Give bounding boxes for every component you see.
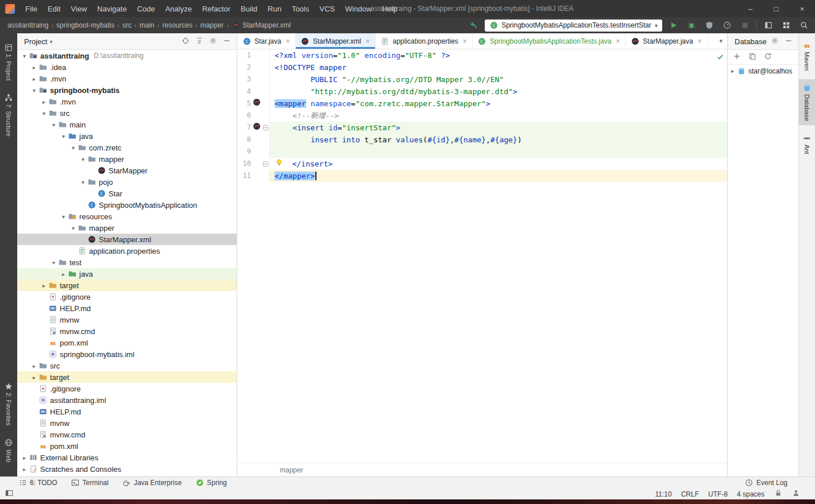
tree-item-main[interactable]: ▾main (17, 119, 237, 130)
code-line-9[interactable]: 9 (237, 146, 727, 158)
tab-star-java[interactable]: CStar.java× (237, 33, 296, 49)
status-caret-position[interactable]: 11:10 (655, 490, 671, 498)
menu-run[interactable]: Run (262, 2, 287, 16)
toolwindow-button-1-project[interactable]: 1: Project (5, 39, 13, 84)
project-panel-title[interactable]: Project (24, 37, 47, 46)
tree-expand-arrow[interactable]: ▸ (30, 363, 38, 369)
tree-item-pom-xml[interactable]: mpom.xml (17, 337, 237, 348)
event-log-button[interactable]: Event Log (745, 479, 787, 487)
db-connection-star-localhos[interactable]: ▸star@localhos (728, 65, 798, 77)
tree-item-gitignore[interactable]: .gitignore (17, 291, 237, 303)
tree-item-gitignore[interactable]: .gitignore (17, 383, 237, 394)
tree-expand-arrow[interactable]: ▸ (20, 455, 29, 461)
close-icon[interactable]: × (698, 37, 702, 45)
breadcrumb-item-mapper[interactable]: mapper (200, 21, 224, 29)
chevron-down-icon[interactable]: ▾ (49, 38, 52, 45)
collapse-all-button[interactable] (195, 36, 203, 46)
tree-expand-arrow[interactable]: ▾ (59, 214, 68, 220)
mybatis-gutter-icon[interactable] (252, 122, 261, 134)
menu-analyze[interactable]: Analyze (160, 2, 197, 16)
intention-bulb-icon[interactable] (275, 160, 283, 168)
tree-item-target[interactable]: ▸target (17, 371, 237, 383)
tree-expand-arrow[interactable]: ▾ (20, 53, 29, 59)
locate-file-button[interactable] (181, 36, 190, 46)
tree-expand-arrow[interactable]: ▾ (69, 145, 78, 151)
db-add-button[interactable] (732, 52, 741, 63)
run-configuration-select[interactable]: CSpringbootMybatisApplicationTests.testI… (485, 20, 662, 32)
debug-button[interactable] (685, 19, 698, 32)
tree-expand-arrow[interactable]: ▸ (731, 68, 734, 74)
breadcrumb-item-src[interactable]: src (122, 21, 132, 29)
inspections-ok-icon[interactable] (716, 52, 724, 63)
status-line-ending[interactable]: CRLF (681, 490, 699, 498)
code-line-2[interactable]: 2<!DOCTYPE mapper (237, 61, 727, 73)
breadcrumb-item-main[interactable]: main (140, 21, 154, 29)
status-file-encoding[interactable]: UTF-8 (708, 490, 728, 498)
toolwindow-button-database[interactable]: Database (799, 79, 815, 125)
maximize-button[interactable]: □ (763, 0, 789, 17)
tab-list-chevron-icon[interactable]: ▾ (719, 37, 723, 45)
tree-expand-arrow[interactable]: ▾ (30, 87, 38, 94)
tree-item-help-md[interactable]: MDHELP.md (17, 406, 237, 417)
tree-expand-arrow[interactable]: ▾ (49, 259, 58, 266)
minimize-button[interactable]: – (737, 0, 763, 17)
tree-item-scratches-and-consoles[interactable]: ▸Scratches and Consoles (17, 463, 237, 475)
layout-button[interactable] (780, 19, 793, 32)
tree-item-starmapper-xml[interactable]: StarMapper.xml (17, 234, 237, 245)
tree-expand-arrow[interactable]: ▸ (40, 99, 48, 105)
menu-vcs[interactable]: VCS (314, 2, 340, 16)
menu-edit[interactable]: Edit (43, 2, 65, 16)
tree-expand-arrow[interactable]: ▾ (59, 133, 68, 139)
tab-starmapper-xml[interactable]: StarMapper.xml× (296, 33, 376, 49)
close-icon[interactable]: × (616, 37, 620, 45)
tree-item-starmapper[interactable]: StarMapper (17, 165, 237, 176)
breadcrumb-item-starmapper-xml[interactable]: StarMapper.xml (231, 21, 291, 30)
coverage-button[interactable] (703, 19, 716, 32)
code-line-6[interactable]: 6 <!--新增--> (237, 110, 727, 122)
status-indent-style[interactable]: 4 spaces (737, 490, 764, 498)
tree-item-test[interactable]: ▾test (17, 257, 237, 268)
tree-expand-arrow[interactable]: ▾ (69, 225, 78, 231)
db-duplicate-button[interactable] (748, 52, 756, 63)
panel-settings-button[interactable] (208, 36, 217, 46)
toolwindow-button-spring[interactable]: Spring (195, 479, 227, 487)
tree-item-target[interactable]: ▸target (17, 280, 237, 291)
tab-starmapper-java[interactable]: StarMapper.java× (625, 33, 707, 49)
tree-item-pojo[interactable]: ▾pojo (17, 176, 237, 188)
code-line-8[interactable]: 8 insert into t_star values(#{id},#{name… (237, 134, 727, 146)
tree-item-mvnw-cmd[interactable]: mvnw.cmd (17, 429, 237, 440)
readonly-lock-button[interactable] (774, 489, 782, 499)
toolwindow-button-7-structure[interactable]: 7: Structure (5, 89, 13, 141)
tree-item-src[interactable]: ▾src (17, 107, 237, 119)
close-icon[interactable]: × (366, 37, 370, 45)
tree-expand-arrow[interactable]: ▾ (49, 122, 58, 128)
tree-expand-arrow[interactable]: ▸ (30, 76, 38, 82)
tree-expand-arrow[interactable]: ▸ (40, 282, 48, 289)
mybatis-gutter-icon[interactable] (252, 98, 261, 110)
db-settings-button[interactable] (770, 36, 779, 46)
menu-view[interactable]: View (65, 2, 92, 16)
tree-item-external-libraries[interactable]: ▸External Libraries (17, 452, 237, 463)
tree-expand-arrow[interactable]: ▸ (20, 466, 29, 472)
tree-expand-arrow[interactable]: ▾ (79, 179, 87, 185)
tree-item-mapper[interactable]: ▾mapper (17, 222, 237, 234)
run-button[interactable] (667, 19, 680, 32)
tree-item-star[interactable]: CStar (17, 188, 237, 199)
menu-file[interactable]: File (20, 2, 43, 16)
db-refresh-button[interactable] (763, 52, 772, 63)
tree-expand-arrow[interactable]: ▸ (30, 374, 38, 381)
tree-expand-arrow[interactable]: ▾ (40, 110, 48, 117)
tab-application-properties[interactable]: application.properties× (376, 33, 473, 49)
close-icon[interactable]: × (286, 37, 290, 45)
breadcrumb-item-springboot-mybatis[interactable]: springboot-mybatis (56, 21, 114, 29)
tab-springbootmybatisapplicationtests-java[interactable]: CSpringbootMybatisApplicationTests.java× (473, 33, 625, 49)
profiler-button[interactable] (721, 19, 733, 32)
code-line-4[interactable]: 4 "http://mybatis.org/dtd/mybatis-3-mapp… (237, 86, 727, 98)
tree-item-src[interactable]: ▸src (17, 360, 237, 371)
toolwindow-button-maven[interactable]: mMaven (803, 37, 812, 75)
tree-item-springboot-mybatis[interactable]: ▾springboot-mybatis (17, 84, 237, 96)
code-line-10[interactable]: 10− </insert> (237, 158, 727, 170)
code-editor[interactable]: 1<?xml version="1.0" encoding="UTF-8" ?>… (237, 49, 727, 463)
tree-item-springbootmybatisapplication[interactable]: CSpringbootMybatisApplication (17, 199, 237, 211)
tree-item-com-zretc[interactable]: ▾com.zretc (17, 142, 237, 153)
